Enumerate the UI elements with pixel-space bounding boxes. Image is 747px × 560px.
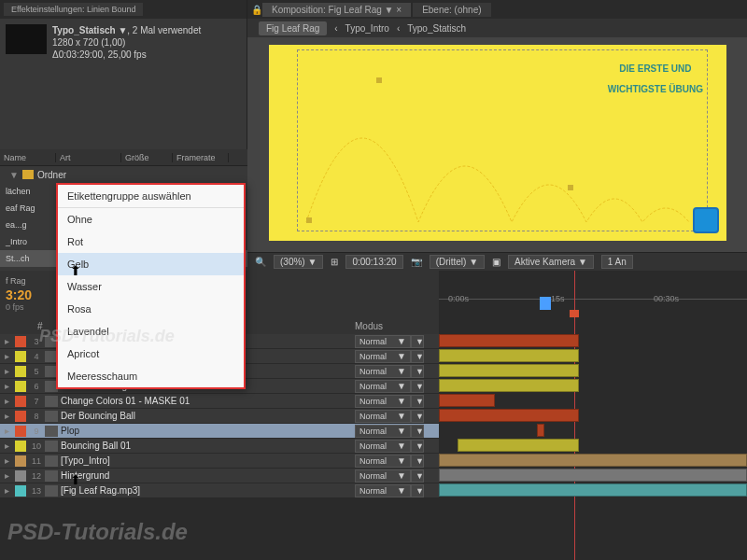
- canvas[interactable]: DIE ERSTE UNDWICHTIGSTE ÜBUNG: [269, 45, 726, 241]
- blend-mode-dropdown[interactable]: Normal ▼: [355, 484, 411, 497]
- layer-bar[interactable]: [439, 469, 747, 482]
- blend-mode-dropdown[interactable]: Normal ▼: [355, 440, 411, 453]
- layer-row[interactable]: ▸10Bouncing Ball 01Normal ▼▼: [0, 439, 439, 454]
- crumb-active[interactable]: Fig Leaf Rag: [259, 21, 327, 35]
- visibility-icon[interactable]: ▸: [0, 426, 13, 436]
- track-matte-dropdown[interactable]: ▼: [411, 365, 424, 378]
- label-color[interactable]: [15, 485, 26, 497]
- context-menu-item[interactable]: Meeresschaum: [58, 365, 244, 387]
- context-menu-item[interactable]: Apricot: [58, 343, 244, 365]
- visibility-icon[interactable]: ▸: [0, 411, 13, 421]
- blend-mode-dropdown[interactable]: Normal ▼: [355, 455, 411, 468]
- blend-mode-dropdown[interactable]: Normal ▼: [355, 380, 411, 393]
- blend-mode-dropdown[interactable]: Normal ▼: [355, 425, 411, 438]
- current-time[interactable]: 3:20: [6, 287, 50, 302]
- label-color[interactable]: [15, 470, 26, 482]
- label-color[interactable]: [15, 455, 26, 467]
- visibility-icon[interactable]: ▸: [0, 351, 13, 361]
- track-matte-dropdown[interactable]: ▼: [411, 455, 424, 468]
- layer-bar[interactable]: [439, 409, 579, 422]
- label-color[interactable]: [15, 411, 26, 422]
- layer-bar[interactable]: [439, 454, 747, 467]
- blend-mode-dropdown[interactable]: Normal ▼: [355, 395, 411, 408]
- layer-bar[interactable]: [439, 364, 579, 377]
- layer-type-icon: [45, 441, 58, 452]
- blend-mode-dropdown[interactable]: Normal ▼: [355, 469, 411, 483]
- context-menu-item[interactable]: Gelb: [58, 253, 244, 275]
- camera-dropdown[interactable]: Aktive Kamera ▼: [508, 255, 594, 269]
- project-folder-row[interactable]: ▼ Ordner: [0, 166, 247, 183]
- layer-bar[interactable]: [439, 379, 579, 392]
- layer-row[interactable]: ▸9PlopNormal ▼▼: [0, 424, 439, 439]
- anchor-handle[interactable]: [568, 185, 573, 190]
- layer-bar[interactable]: [458, 439, 579, 452]
- layer-bar[interactable]: [439, 483, 747, 497]
- view-icon[interactable]: ▣: [492, 257, 500, 267]
- layer-bar[interactable]: [439, 394, 495, 407]
- lock-icon[interactable]: 🔒: [251, 5, 261, 15]
- label-color[interactable]: [15, 366, 26, 377]
- track-matte-dropdown[interactable]: ▼: [411, 410, 424, 423]
- track-matte-dropdown[interactable]: ▼: [411, 380, 424, 393]
- layer-tab[interactable]: Ebene: (ohne): [413, 3, 490, 17]
- layer-bar[interactable]: [537, 424, 544, 437]
- label-color[interactable]: [15, 336, 26, 347]
- grid-icon[interactable]: ⊞: [331, 257, 338, 267]
- blend-mode-dropdown[interactable]: Normal ▼: [355, 335, 411, 348]
- blend-mode-dropdown[interactable]: Normal ▼: [355, 410, 411, 423]
- layer-number: 6: [28, 382, 45, 391]
- zoom-dropdown[interactable]: (30%) ▼: [274, 255, 323, 269]
- track-matte-dropdown[interactable]: ▼: [411, 440, 424, 453]
- anchor-handle[interactable]: [306, 217, 312, 223]
- label-color[interactable]: [15, 351, 26, 362]
- playhead[interactable]: [540, 297, 551, 310]
- crumb[interactable]: Typo_Intro: [345, 23, 389, 34]
- visibility-icon[interactable]: ▸: [0, 455, 13, 466]
- track-matte-dropdown[interactable]: ▼: [411, 484, 424, 497]
- track-matte-dropdown[interactable]: ▼: [411, 395, 424, 408]
- anchor-handle[interactable]: [376, 77, 382, 83]
- timecode-display[interactable]: 0:00:13:20: [345, 255, 402, 269]
- magnify-icon[interactable]: 🔍: [255, 257, 266, 267]
- visibility-icon[interactable]: ▸: [0, 470, 13, 481]
- resolution-dropdown[interactable]: (Drittel) ▼: [430, 255, 485, 269]
- track-matte-dropdown[interactable]: ▼: [411, 425, 424, 438]
- comp-tab[interactable]: Komposition: Fig Leaf Rag ▼ ×: [262, 3, 411, 17]
- layer-bar[interactable]: [439, 349, 579, 362]
- effect-tab[interactable]: Effekteinstellungen: Linien Bound: [4, 3, 143, 16]
- layer-number: 9: [28, 427, 45, 436]
- label-color[interactable]: [15, 396, 26, 407]
- layer-type-icon: [45, 455, 58, 467]
- context-menu-item[interactable]: Ohne: [58, 208, 244, 231]
- blend-mode-dropdown[interactable]: Normal ▼: [355, 350, 411, 363]
- visibility-icon[interactable]: ▸: [0, 441, 13, 451]
- layer-row[interactable]: ▸7Change Colors 01 - MASKE 01Normal ▼▼: [0, 394, 439, 409]
- label-color[interactable]: [15, 426, 26, 437]
- layer-row[interactable]: ▸8Der Bouncing BallNormal ▼▼: [0, 409, 439, 424]
- visibility-icon[interactable]: ▸: [0, 336, 13, 346]
- time-ruler[interactable]: 0:00s 15s 00:30s: [439, 271, 747, 317]
- layer-row[interactable]: ▸11[Typo_Intro]Normal ▼▼: [0, 454, 439, 469]
- visibility-icon[interactable]: ▸: [0, 396, 13, 406]
- context-menu-item[interactable]: Rot: [58, 231, 244, 253]
- layer-bar[interactable]: [439, 334, 579, 347]
- camera-icon[interactable]: 📷: [411, 257, 422, 267]
- track-matte-dropdown[interactable]: ▼: [411, 350, 424, 363]
- blend-mode-dropdown[interactable]: Normal ▼: [355, 365, 411, 378]
- context-menu-item[interactable]: Wasser: [58, 275, 244, 298]
- viewport[interactable]: DIE ERSTE UNDWICHTIGSTE ÜBUNG: [247, 37, 747, 252]
- label-color[interactable]: [15, 441, 26, 452]
- context-menu-item[interactable]: Rosa: [58, 298, 244, 320]
- track-matte-dropdown[interactable]: ▼: [411, 335, 424, 348]
- layer-row[interactable]: ▸13[Fig Leaf Rag.mp3]Normal ▼▼: [0, 483, 439, 498]
- bouncing-ball[interactable]: [693, 207, 719, 233]
- crumb[interactable]: Typo_Statisch: [407, 23, 466, 34]
- context-menu-item[interactable]: Lavendel: [58, 320, 244, 343]
- views-dropdown[interactable]: 1 An: [601, 255, 633, 269]
- visibility-icon[interactable]: ▸: [0, 485, 13, 496]
- layer-row[interactable]: ▸12HintergrundNormal ▼▼: [0, 469, 439, 483]
- visibility-icon[interactable]: ▸: [0, 381, 13, 391]
- track-matte-dropdown[interactable]: ▼: [411, 469, 424, 483]
- label-color[interactable]: [15, 381, 26, 392]
- visibility-icon[interactable]: ▸: [0, 366, 13, 376]
